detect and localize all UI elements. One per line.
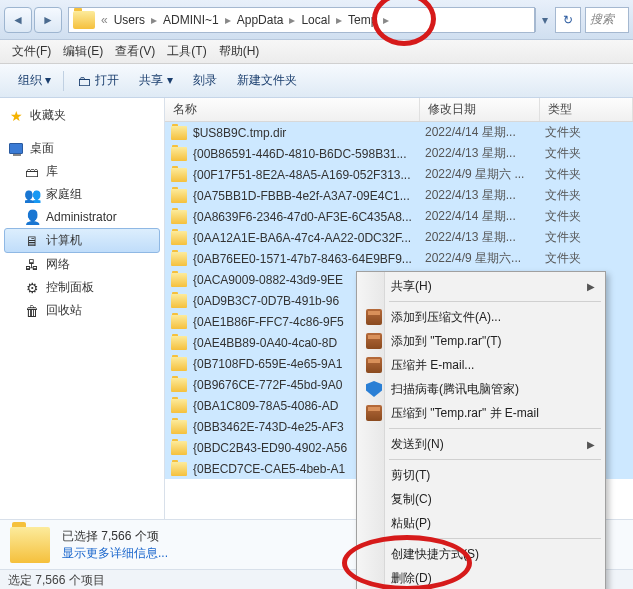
- file-row[interactable]: {0AB76EE0-1571-47b7-8463-64E9BF9...2022/…: [165, 248, 633, 269]
- folder-icon: [171, 357, 187, 371]
- organize-button[interactable]: 组织 ▾: [8, 69, 61, 92]
- sidebar-libraries[interactable]: 🗃 库: [4, 160, 160, 183]
- ctx-cut-label: 剪切(T): [391, 467, 430, 484]
- sidebar-desktop[interactable]: 桌面: [4, 137, 160, 160]
- rar-icon: [365, 404, 383, 422]
- ctx-create-shortcut-label: 创建快捷方式(S): [391, 546, 479, 563]
- file-type: 文件夹: [545, 229, 633, 246]
- refresh-button[interactable]: ↻: [555, 7, 581, 33]
- folder-icon: [171, 231, 187, 245]
- nav-back-button[interactable]: ◄: [4, 7, 32, 33]
- ctx-compress-email[interactable]: 压缩并 E-mail...: [359, 353, 603, 377]
- crumb-temp[interactable]: Temp: [344, 13, 381, 27]
- ctx-paste[interactable]: 粘贴(P): [359, 511, 603, 535]
- rar-icon: [365, 308, 383, 326]
- ctx-create-shortcut[interactable]: 创建快捷方式(S): [359, 542, 603, 566]
- context-menu: 共享(H) ▶ 添加到压缩文件(A)... 添加到 "Temp.rar"(T) …: [356, 271, 606, 589]
- crumb-local[interactable]: Local: [297, 13, 334, 27]
- sidebar-homegroup[interactable]: 👥 家庭组: [4, 183, 160, 206]
- separator: [389, 459, 601, 460]
- ctx-sendto[interactable]: 发送到(N) ▶: [359, 432, 603, 456]
- menu-edit[interactable]: 编辑(E): [57, 41, 109, 62]
- file-row[interactable]: $US8B9C.tmp.dir2022/4/14 星期...文件夹: [165, 122, 633, 143]
- network-label: 网络: [46, 256, 70, 273]
- recyclebin-icon: 🗑: [24, 303, 40, 319]
- nav-forward-button[interactable]: ►: [34, 7, 62, 33]
- rar-icon: [365, 332, 383, 350]
- homegroup-label: 家庭组: [46, 186, 82, 203]
- file-row[interactable]: {00B86591-446D-4810-B6DC-598B31...2022/4…: [165, 143, 633, 164]
- desktop-icon: [8, 141, 24, 157]
- chevron-right-icon: ▸: [287, 13, 297, 27]
- menu-file[interactable]: 文件(F): [6, 41, 57, 62]
- file-type: 文件夹: [545, 166, 633, 183]
- file-name: {00F17F51-8E2A-48A5-A169-052F313...: [193, 168, 425, 182]
- ctx-compress-email-label: 压缩并 E-mail...: [391, 357, 474, 374]
- file-date: 2022/4/9 星期六...: [425, 250, 545, 267]
- file-name: {0A8639F6-2346-47d0-AF3E-6C435A8...: [193, 210, 425, 224]
- folder-icon: [171, 420, 187, 434]
- file-type: 文件夹: [545, 145, 633, 162]
- ctx-paste-label: 粘贴(P): [391, 515, 431, 532]
- sidebar-computer[interactable]: 🖥 计算机: [4, 228, 160, 253]
- file-type: 文件夹: [545, 208, 633, 225]
- sidebar-network[interactable]: 🖧 网络: [4, 253, 160, 276]
- chevron-right-icon: ▸: [381, 13, 391, 27]
- sidebar-controlpanel[interactable]: ⚙ 控制面板: [4, 276, 160, 299]
- menu-help[interactable]: 帮助(H): [213, 41, 266, 62]
- ctx-add-archive[interactable]: 添加到压缩文件(A)...: [359, 305, 603, 329]
- submenu-arrow-icon: ▶: [587, 281, 595, 292]
- command-toolbar: 组织 ▾ 🗀 打开 共享 ▾ 刻录 新建文件夹: [0, 64, 633, 98]
- ctx-delete[interactable]: 删除(D): [359, 566, 603, 589]
- burn-button[interactable]: 刻录: [183, 69, 227, 92]
- ctx-copy[interactable]: 复制(C): [359, 487, 603, 511]
- newfolder-button[interactable]: 新建文件夹: [227, 69, 307, 92]
- file-date: 2022/4/13 星期...: [425, 229, 545, 246]
- folder-icon: [171, 273, 187, 287]
- favorites-label: 收藏夹: [30, 107, 66, 124]
- open-button[interactable]: 🗀 打开: [66, 69, 129, 92]
- details-selection-text: 已选择 7,566 个项: [62, 528, 168, 545]
- ctx-share[interactable]: 共享(H) ▶: [359, 274, 603, 298]
- menu-view[interactable]: 查看(V): [109, 41, 161, 62]
- separator: [389, 301, 601, 302]
- menu-tools[interactable]: 工具(T): [161, 41, 212, 62]
- share-button[interactable]: 共享 ▾: [129, 69, 182, 92]
- menu-bar: 文件(F) 编辑(E) 查看(V) 工具(T) 帮助(H): [0, 40, 633, 64]
- gear-icon: ⚙: [24, 280, 40, 296]
- file-row[interactable]: {0A75BB1D-FBBB-4e2f-A3A7-09E4C1...2022/4…: [165, 185, 633, 206]
- ctx-compress-temp-email[interactable]: 压缩到 "Temp.rar" 并 E-mail: [359, 401, 603, 425]
- ctx-cut[interactable]: 剪切(T): [359, 463, 603, 487]
- file-type: 文件夹: [545, 250, 633, 267]
- file-row[interactable]: {0A8639F6-2346-47d0-AF3E-6C435A8...2022/…: [165, 206, 633, 227]
- open-icon: 🗀: [76, 73, 92, 89]
- ctx-scan-virus[interactable]: 扫描病毒(腾讯电脑管家): [359, 377, 603, 401]
- column-date[interactable]: 修改日期: [420, 98, 540, 121]
- separator: [389, 428, 601, 429]
- ctx-compress-temp-email-label: 压缩到 "Temp.rar" 并 E-mail: [391, 405, 539, 422]
- chevron-icon: «: [99, 13, 110, 27]
- file-row[interactable]: {00F17F51-8E2A-48A5-A169-052F313...2022/…: [165, 164, 633, 185]
- navigation-sidebar: ★ 收藏夹 桌面 🗃 库 👥 家庭组 👤 Administrator �: [0, 98, 165, 519]
- file-row[interactable]: {0AA12A1E-BA6A-47c4-AA22-0DC32F...2022/4…: [165, 227, 633, 248]
- chevron-right-icon: ▸: [223, 13, 233, 27]
- column-name[interactable]: 名称: [165, 98, 420, 121]
- ctx-scan-label: 扫描病毒(腾讯电脑管家): [391, 381, 519, 398]
- sidebar-recyclebin[interactable]: 🗑 回收站: [4, 299, 160, 322]
- controlpanel-label: 控制面板: [46, 279, 94, 296]
- crumb-appdata[interactable]: AppData: [233, 13, 288, 27]
- breadcrumb-dropdown-button[interactable]: ▾: [535, 8, 553, 32]
- details-more-link[interactable]: 显示更多详细信息...: [62, 545, 168, 562]
- column-type[interactable]: 类型: [540, 98, 633, 121]
- sidebar-administrator[interactable]: 👤 Administrator: [4, 206, 160, 228]
- search-input[interactable]: 搜索: [585, 7, 629, 33]
- ctx-add-temp-label: 添加到 "Temp.rar"(T): [391, 333, 502, 350]
- submenu-arrow-icon: ▶: [587, 439, 595, 450]
- sidebar-favorites[interactable]: ★ 收藏夹: [4, 104, 160, 127]
- user-icon: 👤: [24, 209, 40, 225]
- breadcrumb[interactable]: « Users ▸ ADMINI~1 ▸ AppData ▸ Local ▸ T…: [68, 7, 535, 33]
- crumb-users[interactable]: Users: [110, 13, 149, 27]
- ctx-add-temp[interactable]: 添加到 "Temp.rar"(T): [359, 329, 603, 353]
- crumb-admini[interactable]: ADMINI~1: [159, 13, 223, 27]
- folder-icon: [171, 126, 187, 140]
